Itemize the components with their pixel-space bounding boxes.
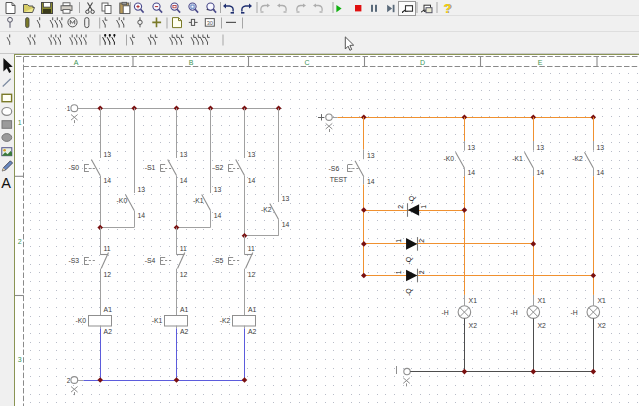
svg-text:3: 3 <box>18 356 22 363</box>
svg-text:B: B <box>189 59 194 66</box>
svg-text:13: 13 <box>180 151 188 158</box>
svg-text:14: 14 <box>214 212 222 219</box>
svg-text:1: 1 <box>395 270 402 274</box>
svg-text:A: A <box>74 59 79 66</box>
svg-text:14: 14 <box>537 169 545 176</box>
svg-text:-H: -H <box>511 309 518 316</box>
svg-text:12: 12 <box>248 271 256 278</box>
svg-text:2: 2 <box>418 239 425 243</box>
svg-text:-H: -H <box>571 309 578 316</box>
svg-text:-K1: -K1 <box>152 317 163 324</box>
svg-text:14: 14 <box>367 178 375 185</box>
svg-text:-K0: -K0 <box>117 197 128 204</box>
svg-text:11: 11 <box>180 245 187 252</box>
svg-text:X2: X2 <box>538 322 547 329</box>
svg-text:11: 11 <box>103 245 110 252</box>
svg-text:14: 14 <box>103 177 111 184</box>
svg-text:D: D <box>420 59 425 66</box>
svg-text:13: 13 <box>248 151 256 158</box>
svg-text:-S4: -S4 <box>145 257 156 264</box>
svg-text:X1: X1 <box>598 297 607 304</box>
svg-text:-S6: -S6 <box>329 165 340 172</box>
svg-text:-S5: -S5 <box>213 257 224 264</box>
svg-text:E: E <box>538 59 543 66</box>
svg-text:X2: X2 <box>598 322 607 329</box>
svg-text:14: 14 <box>282 221 290 228</box>
svg-text:12: 12 <box>180 271 188 278</box>
svg-text:2: 2 <box>397 205 404 209</box>
svg-text:13: 13 <box>103 151 111 158</box>
svg-text:2: 2 <box>418 270 425 274</box>
svg-text:X1: X1 <box>538 297 547 304</box>
svg-text:11: 11 <box>248 245 255 252</box>
svg-text:30: 30 <box>207 20 213 26</box>
svg-text:C: C <box>304 59 309 66</box>
svg-text:X1: X1 <box>469 297 478 304</box>
svg-text:-S1: -S1 <box>145 164 156 171</box>
svg-text:?: ? <box>443 1 451 16</box>
svg-text:13: 13 <box>537 144 545 151</box>
svg-text:14: 14 <box>597 169 605 176</box>
svg-text:13: 13 <box>468 144 476 151</box>
svg-text:-K0: -K0 <box>75 317 86 324</box>
svg-text:14: 14 <box>180 177 188 184</box>
svg-text:14: 14 <box>137 212 145 219</box>
svg-text:-S0: -S0 <box>68 164 79 171</box>
svg-text:2: 2 <box>67 377 71 384</box>
svg-text:-K2: -K2 <box>572 155 583 162</box>
svg-text:2: 2 <box>18 238 22 245</box>
svg-text:-H: -H <box>442 309 449 316</box>
svg-text:14: 14 <box>468 169 476 176</box>
svg-text:-Q: -Q <box>405 288 413 296</box>
svg-text:X2: X2 <box>469 322 478 329</box>
svg-text:A2: A2 <box>180 328 189 335</box>
svg-text:A1: A1 <box>104 306 113 313</box>
svg-text:-S3: -S3 <box>68 257 79 264</box>
svg-text:13: 13 <box>367 152 375 159</box>
svg-text:13: 13 <box>282 195 290 202</box>
svg-text:1: 1 <box>18 119 22 126</box>
svg-text:A1: A1 <box>248 306 257 313</box>
svg-text:A: A <box>1 175 11 191</box>
svg-text:1: 1 <box>420 205 427 209</box>
svg-text:A1: A1 <box>180 306 189 313</box>
svg-text:-K1: -K1 <box>193 197 204 204</box>
svg-text:13: 13 <box>137 186 145 193</box>
svg-text:13: 13 <box>214 186 222 193</box>
svg-text:-K2: -K2 <box>220 317 231 324</box>
svg-text:12: 12 <box>103 271 111 278</box>
svg-text:-K1: -K1 <box>512 155 523 162</box>
svg-text:1: 1 <box>395 239 402 243</box>
svg-text:-K2: -K2 <box>261 206 272 213</box>
svg-text:13: 13 <box>597 144 605 151</box>
svg-text:-K0: -K0 <box>443 155 454 162</box>
svg-text:-Q: -Q <box>405 256 413 264</box>
svg-text:-Q: -Q <box>408 195 416 203</box>
svg-text:A2: A2 <box>248 328 257 335</box>
svg-text:-S2: -S2 <box>213 164 224 171</box>
svg-text:14: 14 <box>248 177 256 184</box>
svg-text:1: 1 <box>67 105 71 112</box>
svg-text:A2: A2 <box>104 328 113 335</box>
svg-text:TEST: TEST <box>330 176 347 183</box>
